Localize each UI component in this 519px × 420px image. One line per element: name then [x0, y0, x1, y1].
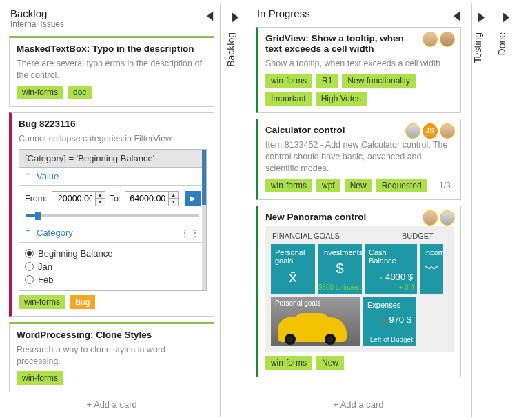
panorama-preview: FINANCIAL GOALS BUDGET Personal goals x̄…	[265, 226, 454, 352]
section-label: Category	[37, 228, 73, 238]
avatar[interactable]	[405, 123, 420, 139]
tag-row: win-forms R1 New functionality	[265, 74, 454, 88]
filter-section-header[interactable]: ⌃ Value	[19, 168, 206, 186]
column-testing[interactable]: ▶ Testing	[471, 3, 492, 417]
document-icon: x̄	[275, 269, 311, 286]
radio-option[interactable]: Feb	[25, 274, 201, 285]
card-description: Item 8133452 - Add new Calculator contro…	[265, 139, 454, 174]
card[interactable]: MaskedTextBox: Typo in the description T…	[9, 36, 214, 107]
spin-down-icon[interactable]: ▼	[168, 199, 178, 206]
tag[interactable]: doc	[68, 86, 92, 99]
avatar[interactable]	[423, 210, 438, 226]
pano-header: FINANCIAL GOALS	[272, 232, 340, 240]
tag-row: win-forms wpf New Requested 1/3	[265, 179, 454, 192]
column-body: MaskedTextBox: Typo in the description T…	[3, 32, 220, 392]
to-label: To:	[110, 194, 121, 203]
tag[interactable]: New	[316, 356, 344, 370]
spin-down-icon[interactable]: ▼	[95, 199, 105, 206]
expand-icon[interactable]: ▶	[232, 10, 238, 24]
column-header: ▶	[472, 3, 491, 27]
radio-option[interactable]: Beginning Balance	[25, 248, 201, 259]
filter-panel: [Category] = 'Beginning Balance' ⌃ Value…	[19, 149, 207, 291]
avatar[interactable]	[440, 210, 455, 226]
card[interactable]: JS Calculator control Item 8133452 - Add…	[256, 119, 461, 200]
tag[interactable]: Requested	[376, 179, 427, 192]
tag-row: Important High Votes	[265, 92, 454, 106]
avatar[interactable]	[440, 32, 455, 47]
expand-icon[interactable]: ▶	[503, 10, 509, 24]
tag[interactable]: Bug	[70, 295, 95, 309]
avatar-group: JS	[405, 123, 455, 139]
column-backlog: Backlog Internal Issues ◀ MaskedTextBox:…	[3, 3, 221, 417]
radio-list: Beginning Balance Jan Feb	[25, 248, 201, 285]
chart-icon: 〰	[424, 261, 439, 277]
tag[interactable]: High Votes	[316, 92, 367, 106]
tag[interactable]: R1	[316, 74, 338, 88]
tag[interactable]: win-forms	[17, 86, 63, 99]
spin-up-icon[interactable]: ▲	[95, 192, 105, 199]
card[interactable]: Bug 8223116 Cannot collapse categories i…	[9, 112, 214, 317]
avatar[interactable]: JS	[423, 123, 438, 139]
tag[interactable]: win-forms	[265, 179, 312, 192]
expand-icon[interactable]: ▶	[478, 10, 485, 24]
filter-expression: [Category] = 'Beginning Balance'	[19, 150, 206, 168]
subtask-counter: 1/3	[436, 179, 454, 192]
range-row: From: ▲▼ To: ▲▼ ▶	[25, 191, 201, 206]
from-input[interactable]: ▲▼	[52, 191, 105, 206]
from-field[interactable]	[52, 192, 95, 206]
kanban-board: Backlog Internal Issues ◀ MaskedTextBox:…	[0, 0, 519, 420]
scrollbar[interactable]	[202, 150, 206, 290]
tile-photo[interactable]: Personal goals	[271, 297, 360, 346]
to-input[interactable]: ▲▼	[125, 191, 179, 206]
range-slider[interactable]	[26, 214, 199, 217]
column-backlog-collapsed[interactable]: ▶ Backlog	[225, 3, 245, 417]
tile-investments[interactable]: Investments $ $500 to invest	[318, 244, 362, 294]
tile-expenses[interactable]: Expenses 970 $ Left of Budget	[363, 297, 416, 346]
filter-section-header[interactable]: ⌃ Category ⋮⋮	[19, 224, 206, 243]
tag[interactable]: New functionality	[342, 74, 416, 88]
add-card-button[interactable]: + Add a card	[250, 392, 467, 417]
column-title: Backlog	[225, 32, 245, 67]
card-description: Research a way to clone styles in word p…	[17, 344, 207, 368]
chevron-up-icon: ⌃	[25, 172, 31, 181]
tag[interactable]: win-forms	[265, 74, 312, 88]
tag[interactable]: wpf	[316, 179, 340, 192]
column-title: In Progress	[257, 8, 310, 19]
card-title: Bug 8223116	[19, 119, 207, 129]
section-label: Value	[37, 171, 59, 181]
column-body: GridView: Show a tooltip, when text exce…	[250, 23, 467, 392]
column-header: ▶	[496, 3, 516, 27]
avatar[interactable]	[423, 32, 438, 47]
add-card-button[interactable]: + Add a card	[3, 392, 220, 417]
apply-button[interactable]: ▶	[185, 191, 201, 206]
tag[interactable]: New	[345, 179, 372, 192]
collapse-icon[interactable]: ◀	[207, 8, 213, 23]
card[interactable]: GridView: Show a tooltip, when text exce…	[256, 27, 461, 113]
card[interactable]: WordProcessing: Clone Styles Research a …	[9, 322, 214, 392]
column-title: Backlog	[10, 8, 64, 19]
tag[interactable]: Important	[265, 92, 312, 106]
tile-cash-balance[interactable]: Cash Balance 4030 $ + 0.4	[365, 244, 417, 294]
card-title: MaskedTextBox: Typo in the description	[17, 43, 207, 54]
avatar-group	[423, 210, 455, 226]
collapse-icon[interactable]: ◀	[454, 8, 460, 23]
tag[interactable]: win-forms	[17, 371, 63, 385]
spin-up-icon[interactable]: ▲	[168, 192, 178, 199]
card[interactable]: New Panorama control FINANCIAL GOALS BUD…	[256, 206, 461, 377]
column-header: ▶	[225, 3, 245, 27]
tag-row: win-forms doc	[17, 86, 207, 99]
tag[interactable]: win-forms	[19, 295, 65, 309]
tag-row: win-forms	[17, 371, 207, 385]
tile-income[interactable]: Incom 〰	[420, 244, 443, 294]
column-done[interactable]: ▶ Done	[496, 3, 516, 417]
radio-icon	[25, 249, 34, 258]
radio-icon	[25, 262, 34, 271]
more-icon[interactable]: ⋮⋮	[180, 228, 201, 239]
avatar[interactable]	[440, 123, 455, 139]
radio-option[interactable]: Jan	[25, 261, 201, 272]
tile-personal-goals[interactable]: Personal goals x̄	[271, 244, 315, 294]
card-description: Show a tooltip, when text exceeds a cell…	[265, 58, 454, 70]
tag[interactable]: win-forms	[265, 356, 312, 370]
from-label: From:	[25, 194, 48, 203]
to-field[interactable]	[125, 192, 168, 206]
